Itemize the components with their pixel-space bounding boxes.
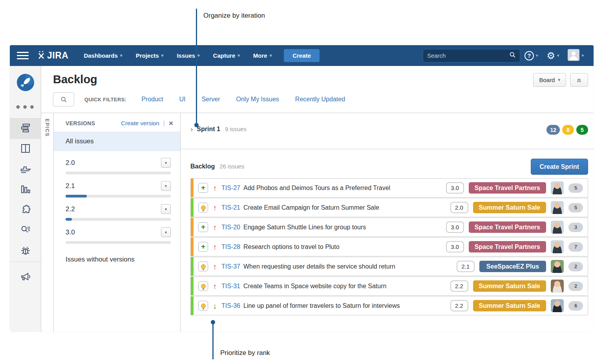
sidebar-item-backlog[interactable] <box>10 119 41 139</box>
issue-key-link[interactable]: TIS-31 <box>221 283 240 290</box>
sidebar-more-icon[interactable]: ● ● ● <box>16 102 35 111</box>
epic-label[interactable]: Space Travel Partners <box>469 241 546 252</box>
create-sprint-button[interactable]: Create Sprint <box>531 159 588 175</box>
issue-row[interactable]: +↑TIS-28Research options to travel to Pl… <box>190 237 588 256</box>
collapse-all-button[interactable] <box>570 73 588 87</box>
issue-key-link[interactable]: TIS-28 <box>221 243 240 251</box>
chevron-right-icon[interactable]: › <box>190 125 193 134</box>
sidebar-item-megaphone[interactable] <box>10 267 41 288</box>
sidebar-item-addons[interactable] <box>10 200 41 221</box>
issue-row[interactable]: ↑TIS-37When requesting user details the … <box>190 257 588 276</box>
chevron-down-icon: ▾ <box>270 53 272 58</box>
search-box[interactable] <box>423 49 520 62</box>
search-input[interactable] <box>427 52 509 59</box>
quick-filter-server[interactable]: Server <box>201 96 220 103</box>
navbar-item-capture[interactable]: Capture▾ <box>206 45 247 66</box>
all-issues-filter[interactable]: All issues <box>54 132 180 151</box>
navbar-menu: Dashboards▾Projects▾Issues▾Capture▾More▾ <box>77 45 278 66</box>
navbar-item-issues[interactable]: Issues▾ <box>170 45 206 66</box>
issue-key-link[interactable]: TIS-37 <box>221 263 240 270</box>
bulb-glyph <box>201 205 206 210</box>
sprint-status-badges: 1205 <box>546 125 588 135</box>
content-row: EPICS VERSIONS Create version | × All is… <box>41 113 594 332</box>
sidebar-item-reports[interactable] <box>10 180 41 200</box>
issue-row[interactable]: ↑TIS-31Create Teams in Space website cop… <box>190 276 588 296</box>
assignee-avatar[interactable] <box>551 280 564 293</box>
assignee-avatar[interactable] <box>551 299 564 312</box>
hamburger-menu-icon[interactable] <box>14 48 32 64</box>
issue-row[interactable]: +↑TIS-27Add Phobos and Deimos Tours as a… <box>190 178 588 198</box>
issue-row[interactable]: ↑TIS-21Create Email Campaign for Saturn … <box>190 198 588 217</box>
version-progress-bar <box>66 241 171 244</box>
new-feature-icon: + <box>198 242 208 252</box>
quick-filter-ui[interactable]: UI <box>179 96 185 103</box>
close-icon[interactable]: × <box>169 119 173 127</box>
epic-label[interactable]: Summer Saturn Sale <box>473 280 546 292</box>
version-dropdown-button[interactable]: ▾ <box>161 227 171 237</box>
navbar-item-projects[interactable]: Projects▾ <box>129 45 170 66</box>
version-name: 2.0 <box>66 159 75 167</box>
subtask-count-badge: 7 <box>568 242 583 252</box>
backlog-search-button[interactable] <box>53 92 74 106</box>
navbar-item-more[interactable]: More▾ <box>247 45 278 66</box>
quick-filter-product[interactable]: Product <box>141 96 163 103</box>
assignee-avatar[interactable] <box>551 201 564 214</box>
quick-filter-recently-updated[interactable]: Recently Updated <box>295 96 345 103</box>
subtask-count-badge: 2 <box>568 282 583 291</box>
navbar-item-dashboards[interactable]: Dashboards▾ <box>77 45 129 66</box>
jira-logo[interactable]: JIRA <box>37 50 68 62</box>
issue-row[interactable]: ↓TIS-36Line up panel of former travelers… <box>190 296 588 315</box>
create-version-link[interactable]: Create version <box>121 120 159 126</box>
page-header: Backlog Board ▾ <box>41 66 594 113</box>
settings-menu[interactable]: ⚙ ▾ <box>542 51 563 60</box>
create-button[interactable]: Create <box>284 49 320 62</box>
epic-label[interactable]: SeeSpaceEZ Plus <box>479 261 546 272</box>
issue-title: When requesting user details the service… <box>243 263 453 270</box>
help-menu[interactable]: ? ▾ <box>520 51 543 60</box>
sprint-name[interactable]: Sprint 1 <box>197 125 220 134</box>
version-dropdown-button[interactable]: ▾ <box>161 158 171 168</box>
assignee-avatar[interactable] <box>551 240 564 253</box>
issue-key-link[interactable]: TIS-21 <box>221 204 240 211</box>
issue-row[interactable]: +↑TIS-20Engage Saturn Shuttle Lines for … <box>190 218 588 237</box>
sidebar-item-issue-search[interactable] <box>10 221 41 241</box>
estimate-badge[interactable]: 2.1 <box>457 261 475 272</box>
estimate-badge[interactable]: 2.2 <box>450 300 468 311</box>
version-progress-bar <box>66 172 171 174</box>
assignee-avatar[interactable] <box>551 260 564 273</box>
version-dropdown-button[interactable]: ▾ <box>161 204 171 214</box>
epic-label[interactable]: Space Travel Partners <box>469 221 546 233</box>
version-dropdown-button[interactable]: ▾ <box>161 181 171 191</box>
epic-label[interactable]: Space Travel Partners <box>469 182 546 194</box>
issues-without-versions[interactable]: Issues without versions <box>54 244 180 263</box>
quick-filter-only-my-issues[interactable]: Only My Issues <box>236 96 279 103</box>
issue-key-link[interactable]: TIS-20 <box>221 224 240 231</box>
assignee-avatar[interactable] <box>551 221 564 234</box>
board-button-label: Board <box>539 77 555 83</box>
epics-panel-tab[interactable]: EPICS <box>41 113 54 332</box>
issue-key-link[interactable]: TIS-36 <box>221 302 240 309</box>
megaphone-icon <box>20 271 31 284</box>
chevron-down-icon: ▾ <box>557 53 559 58</box>
estimate-badge[interactable]: 2.2 <box>450 280 468 292</box>
sidebar-item-bug[interactable] <box>10 241 41 262</box>
sidebar-item-board[interactable] <box>10 139 41 159</box>
epic-label[interactable]: Summer Saturn Sale <box>473 300 546 311</box>
project-avatar[interactable] <box>16 73 35 92</box>
quick-filters-label: QUICK FILTERS: <box>84 97 126 102</box>
board-dropdown-button[interactable]: Board ▾ <box>533 73 566 87</box>
issue-key-link[interactable]: TIS-27 <box>221 185 240 192</box>
version-progress-fill <box>66 195 87 198</box>
epic-label[interactable]: Summer Saturn Sale <box>473 202 546 213</box>
estimate-badge[interactable]: 3.0 <box>446 182 464 194</box>
chevron-down-icon: ▾ <box>120 53 122 58</box>
estimate-badge[interactable]: 3.0 <box>446 221 464 233</box>
user-menu[interactable]: ▾ <box>563 49 588 62</box>
estimate-badge[interactable]: 2.0 <box>450 202 468 213</box>
version-name: 2.1 <box>66 182 75 190</box>
status-stripe <box>191 257 194 276</box>
assignee-avatar[interactable] <box>551 181 564 194</box>
annotation-line-bottom <box>212 322 214 359</box>
estimate-badge[interactable]: 3.0 <box>446 241 464 252</box>
sidebar-item-releases[interactable] <box>10 159 41 180</box>
